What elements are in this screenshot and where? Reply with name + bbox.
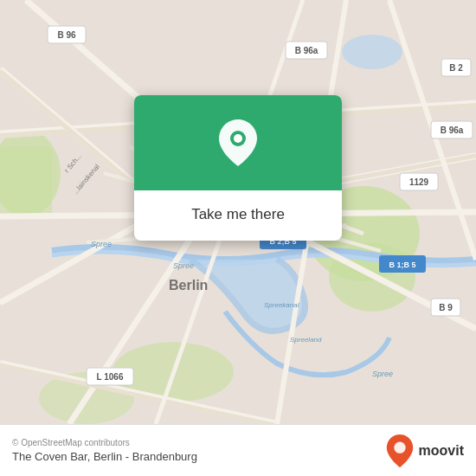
svg-point-55 (394, 441, 405, 453)
svg-text:Spree: Spree (372, 370, 393, 378)
svg-point-7 (342, 35, 402, 69)
svg-rect-4 (0, 147, 52, 216)
svg-text:B 9: B 9 (439, 303, 453, 312)
moovit-logo[interactable]: moovit (386, 434, 464, 467)
svg-text:Berlin: Berlin (169, 278, 208, 293)
moovit-text: moovit (419, 443, 464, 459)
svg-text:Spree: Spree (91, 240, 112, 248)
moovit-pin-icon (386, 434, 414, 467)
map-container: B 96 B 96a B 2 B 96a 1129 B 2;B 5 B 1;B … (0, 0, 476, 424)
svg-text:Spree: Spree (173, 261, 194, 270)
svg-text:B 96: B 96 (57, 30, 76, 40)
svg-text:Spreeland: Spreeland (290, 336, 322, 344)
svg-text:Spreekanal: Spreekanal (264, 301, 299, 309)
svg-text:B 1;B 5: B 1;B 5 (389, 261, 415, 269)
svg-text:B 96a: B 96a (295, 46, 318, 55)
svg-point-54 (234, 134, 242, 143)
bottom-left: © OpenStreetMap contributors The Coven B… (12, 438, 197, 463)
svg-text:L 1066: L 1066 (97, 372, 124, 382)
bottom-bar: © OpenStreetMap contributors The Coven B… (0, 424, 476, 476)
svg-text:B 96a: B 96a (441, 125, 464, 135)
svg-text:B 2: B 2 (449, 63, 463, 73)
svg-text:1129: 1129 (409, 177, 429, 187)
popup-body: Take me there (134, 190, 342, 241)
location-label: The Coven Bar, Berlin - Brandenburg (12, 450, 197, 463)
map-popup: Take me there (134, 95, 342, 241)
location-pin-icon (219, 119, 257, 166)
popup-header (134, 95, 342, 190)
copyright-text: © OpenStreetMap contributors (12, 438, 197, 447)
take-me-there-button[interactable]: Take me there (191, 203, 285, 227)
